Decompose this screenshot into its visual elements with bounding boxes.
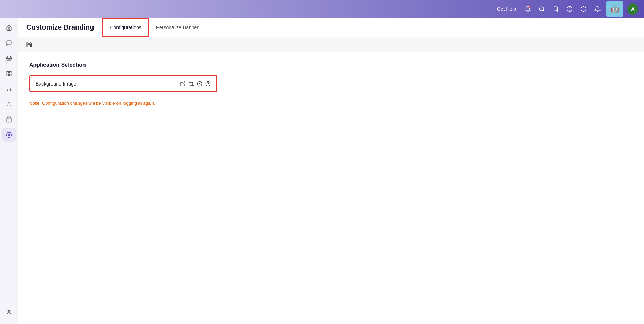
content-area: Customize Branding Configurations Person…: [18, 18, 644, 324]
section-title: Application Selection: [29, 62, 633, 68]
sidebar: [0, 18, 18, 324]
top-header: Get Help 🤖 A: [0, 0, 644, 18]
avatar[interactable]: A: [627, 3, 638, 15]
sidebar-bottom: [2, 306, 16, 320]
note-text: Note: Configuration changes will be visi…: [29, 100, 633, 106]
svg-point-0: [529, 6, 531, 8]
main-content: Application Selection Background Image:: [18, 52, 644, 324]
svg-point-17: [8, 102, 10, 104]
clear-icon[interactable]: [197, 81, 202, 87]
svg-rect-10: [7, 71, 8, 73]
sidebar-item-bag[interactable]: [2, 113, 16, 127]
app-icon-box[interactable]: 🤖: [606, 1, 623, 17]
get-help-button[interactable]: Get Help: [497, 6, 516, 12]
external-link-icon[interactable]: [180, 81, 186, 87]
bell-icon[interactable]: [593, 4, 602, 14]
tab-configurations[interactable]: Configurations: [102, 18, 149, 37]
sidebar-item-grid[interactable]: [2, 67, 16, 81]
svg-point-1: [539, 7, 544, 11]
background-image-label: Background Image:: [35, 81, 78, 87]
sidebar-item-reports[interactable]: [2, 82, 16, 96]
svg-point-19: [8, 134, 10, 136]
page-title: Customize Branding: [26, 23, 94, 31]
svg-rect-13: [9, 74, 11, 76]
sidebar-item-settings[interactable]: [2, 128, 16, 142]
page-header: Customize Branding Configurations Person…: [18, 18, 644, 37]
svg-rect-12: [7, 74, 8, 76]
announcement-icon[interactable]: [523, 4, 533, 14]
cube-icon[interactable]: [579, 4, 588, 14]
svg-point-8: [7, 57, 10, 60]
help-icon[interactable]: [205, 81, 211, 87]
sidebar-item-target[interactable]: [2, 51, 16, 65]
note-label: Note:: [29, 100, 41, 106]
save-button[interactable]: [24, 39, 35, 50]
sidebar-item-feedback[interactable]: [2, 36, 16, 50]
main-layout: Customize Branding Configurations Person…: [0, 18, 644, 324]
sidebar-item-user[interactable]: [2, 97, 16, 111]
background-image-input[interactable]: [80, 80, 177, 87]
crop-icon[interactable]: [188, 81, 194, 87]
sidebar-item-pin[interactable]: [2, 306, 16, 320]
bookmark-icon[interactable]: [551, 4, 561, 14]
svg-line-21: [183, 82, 185, 84]
crosshair-icon[interactable]: [565, 4, 574, 14]
toolbar: [18, 37, 644, 52]
tab-personalize-banner[interactable]: Personalize Banner: [149, 18, 206, 37]
background-image-container: Background Image:: [29, 75, 217, 92]
app-icon: 🤖: [610, 5, 620, 14]
search-icon[interactable]: [537, 4, 547, 14]
svg-point-9: [8, 58, 9, 59]
sidebar-item-home[interactable]: [2, 21, 16, 35]
svg-rect-11: [9, 71, 11, 73]
